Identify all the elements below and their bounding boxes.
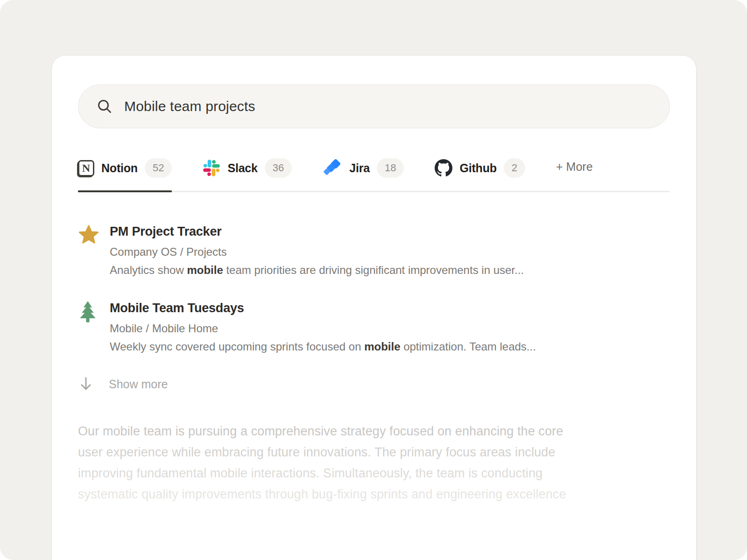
summary-line: Our mobile team is pursuing a comprehens…	[78, 421, 670, 442]
tab-label: Notion	[101, 161, 138, 175]
result-snippet: Analytics show mobile team priorities ar…	[110, 263, 524, 277]
summary-line: improving fundamental mobile interaction…	[78, 463, 670, 484]
result-breadcrumb: Company OS / Projects	[110, 245, 524, 259]
result-breadcrumb: Mobile / Mobile Home	[110, 322, 536, 336]
result-body: PM Project Tracker Company OS / Projects…	[110, 223, 524, 277]
tab-github[interactable]: Github 2	[435, 158, 525, 191]
jira-logo-icon	[323, 158, 342, 178]
tab-label: Github	[459, 161, 496, 175]
result-row-pm-project-tracker[interactable]: PM Project Tracker Company OS / Projects…	[78, 223, 670, 277]
snippet-highlight: mobile	[187, 264, 223, 276]
tab-label: Slack	[227, 161, 257, 175]
search-results-card: N Notion 52 Slack 36	[51, 55, 697, 560]
result-title: PM Project Tracker	[110, 223, 524, 240]
notion-logo-icon: N	[78, 160, 94, 176]
tree-icon	[78, 301, 98, 323]
github-logo-icon	[435, 159, 452, 177]
snippet-highlight: mobile	[364, 340, 400, 353]
result-count-badge: 36	[265, 158, 292, 178]
star-icon	[78, 224, 99, 245]
snippet-text: team priorities are driving significant …	[223, 264, 524, 276]
show-more-label: Show more	[109, 378, 168, 391]
tab-label: Jira	[349, 161, 370, 175]
tab-notion[interactable]: N Notion 52	[78, 158, 172, 191]
summary-line: systematic quality improvements through …	[78, 484, 670, 505]
results-list: PM Project Tracker Company OS / Projects…	[78, 223, 670, 354]
result-body: Mobile Team Tuesdays Mobile / Mobile Hom…	[110, 300, 536, 354]
slack-logo-icon	[203, 159, 220, 177]
search-input[interactable]	[124, 98, 652, 114]
result-row-mobile-team-tuesdays[interactable]: Mobile Team Tuesdays Mobile / Mobile Hom…	[78, 300, 670, 354]
tab-slack[interactable]: Slack 36	[203, 158, 292, 191]
search-icon	[96, 98, 113, 115]
result-count-badge: 52	[145, 158, 172, 178]
snippet-text: Analytics show	[110, 264, 187, 276]
result-count-badge: 2	[504, 158, 525, 178]
result-count-badge: 18	[377, 158, 404, 178]
result-title: Mobile Team Tuesdays	[110, 300, 536, 316]
summary-line: user experience while embracing future i…	[78, 442, 670, 463]
ai-summary-text: Our mobile team is pursuing a comprehens…	[78, 421, 670, 505]
app-background: N Notion 52 Slack 36	[0, 0, 747, 560]
tab-more[interactable]: + More	[556, 158, 593, 187]
source-tabs: N Notion 52 Slack 36	[78, 158, 670, 192]
search-bar[interactable]	[78, 84, 670, 128]
snippet-text: optimization. Team leads...	[401, 340, 536, 353]
arrow-down-icon	[79, 376, 93, 392]
snippet-text: Weekly sync covered upcoming sprints foc…	[110, 340, 364, 353]
tab-jira[interactable]: Jira 18	[323, 158, 404, 191]
tab-label: + More	[556, 160, 593, 174]
result-snippet: Weekly sync covered upcoming sprints foc…	[110, 340, 536, 354]
show-more-button[interactable]: Show more	[78, 376, 670, 392]
